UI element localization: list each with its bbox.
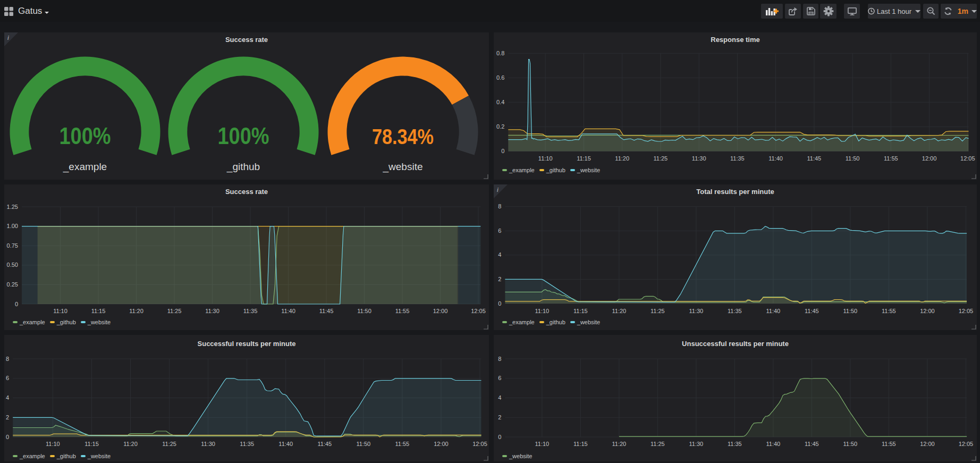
svg-text:11:15: 11:15 [573,441,588,447]
svg-text:11:35: 11:35 [728,308,742,314]
svg-text:12:00: 12:00 [920,308,935,314]
svg-text:12:05: 12:05 [959,308,974,314]
svg-text:0.25: 0.25 [7,281,18,288]
svg-text:11:20: 11:20 [612,308,627,314]
svg-text:78.34%: 78.34% [372,125,434,148]
svg-text:0: 0 [6,434,9,440]
svg-text:12:00: 12:00 [433,308,448,314]
svg-text:11:20: 11:20 [123,441,138,447]
svg-text:11:20: 11:20 [612,441,627,447]
svg-text:12:05: 12:05 [960,155,975,162]
svg-text:11:55: 11:55 [882,441,896,447]
svg-text:6: 6 [6,375,9,381]
svg-text:11:15: 11:15 [85,441,99,447]
svg-text:11:45: 11:45 [805,308,819,314]
svg-text:11:35: 11:35 [730,155,745,162]
svg-text:0.50: 0.50 [7,262,18,268]
svg-text:0.4: 0.4 [496,99,504,105]
svg-text:0.2: 0.2 [496,123,504,130]
svg-text:12:00: 12:00 [920,441,935,447]
svg-text:11:50: 11:50 [357,308,371,314]
svg-text:11:10: 11:10 [535,308,550,314]
svg-text:11:40: 11:40 [766,308,781,314]
svg-text:11:20: 11:20 [615,155,629,162]
svg-text:2: 2 [498,414,501,420]
svg-text:11:45: 11:45 [805,441,819,447]
svg-text:8: 8 [498,203,501,209]
svg-text:6: 6 [498,375,501,381]
svg-text:4: 4 [498,251,501,258]
svg-text:11:15: 11:15 [573,308,588,314]
svg-text:11:35: 11:35 [728,441,742,447]
svg-text:11:55: 11:55 [395,308,410,314]
svg-text:11:55: 11:55 [395,441,410,447]
svg-text:12:00: 12:00 [434,441,449,447]
svg-text:11:25: 11:25 [162,441,176,447]
svg-text:12:05: 12:05 [959,441,974,447]
svg-text:11:30: 11:30 [689,308,704,314]
svg-text:11:25: 11:25 [654,155,668,162]
svg-text:11:25: 11:25 [650,308,665,314]
svg-text:11:10: 11:10 [53,308,67,314]
svg-text:i: i [497,187,499,193]
svg-text:2: 2 [6,414,9,420]
svg-text:i: i [7,35,9,41]
svg-text:11:20: 11:20 [129,308,143,314]
svg-text:11:40: 11:40 [281,308,295,314]
svg-text:100%: 100% [218,123,269,149]
svg-text:11:40: 11:40 [768,155,783,162]
svg-text:100%: 100% [60,123,111,149]
svg-text:12:05: 12:05 [471,308,486,314]
svg-text:11:15: 11:15 [91,308,106,314]
svg-text:0.8: 0.8 [496,50,504,56]
svg-text:11:30: 11:30 [689,441,704,447]
svg-text:11:35: 11:35 [243,308,258,314]
svg-text:0: 0 [15,301,18,307]
svg-text:8: 8 [498,356,501,362]
svg-text:0: 0 [498,434,501,440]
svg-text:11:45: 11:45 [317,441,332,447]
svg-text:8: 8 [6,356,9,362]
svg-text:0: 0 [498,300,501,307]
svg-text:11:50: 11:50 [843,441,858,447]
svg-text:11:30: 11:30 [201,441,215,447]
svg-text:_example: _example [63,161,107,173]
svg-text:11:55: 11:55 [882,308,896,314]
svg-text:11:50: 11:50 [846,155,860,162]
svg-text:11:40: 11:40 [766,441,781,447]
svg-text:0: 0 [501,148,504,154]
svg-text:11:25: 11:25 [650,441,665,447]
svg-text:_website: _website [383,161,423,173]
svg-text:12:05: 12:05 [472,441,487,447]
svg-text:_github: _github [226,161,260,173]
svg-text:12:00: 12:00 [922,155,937,162]
svg-text:4: 4 [6,394,9,401]
svg-text:11:10: 11:10 [538,155,553,162]
svg-text:11:10: 11:10 [535,441,550,447]
svg-text:4: 4 [498,394,501,401]
svg-text:0.75: 0.75 [7,242,18,249]
svg-text:11:35: 11:35 [240,441,254,447]
svg-text:11:25: 11:25 [167,308,182,314]
svg-text:11:15: 11:15 [577,155,591,162]
svg-text:1.00: 1.00 [7,223,18,229]
svg-text:11:45: 11:45 [319,308,334,314]
svg-text:1.25: 1.25 [7,204,18,210]
svg-text:11:50: 11:50 [356,441,370,447]
svg-text:11:55: 11:55 [884,155,898,162]
svg-text:2: 2 [498,276,501,282]
svg-text:11:45: 11:45 [807,155,822,162]
svg-text:11:40: 11:40 [278,441,293,447]
svg-text:0.6: 0.6 [496,74,504,81]
svg-text:6: 6 [498,228,501,234]
svg-text:11:30: 11:30 [692,155,706,162]
svg-text:11:10: 11:10 [46,441,60,447]
svg-text:11:30: 11:30 [205,308,219,314]
svg-text:11:50: 11:50 [843,308,858,314]
